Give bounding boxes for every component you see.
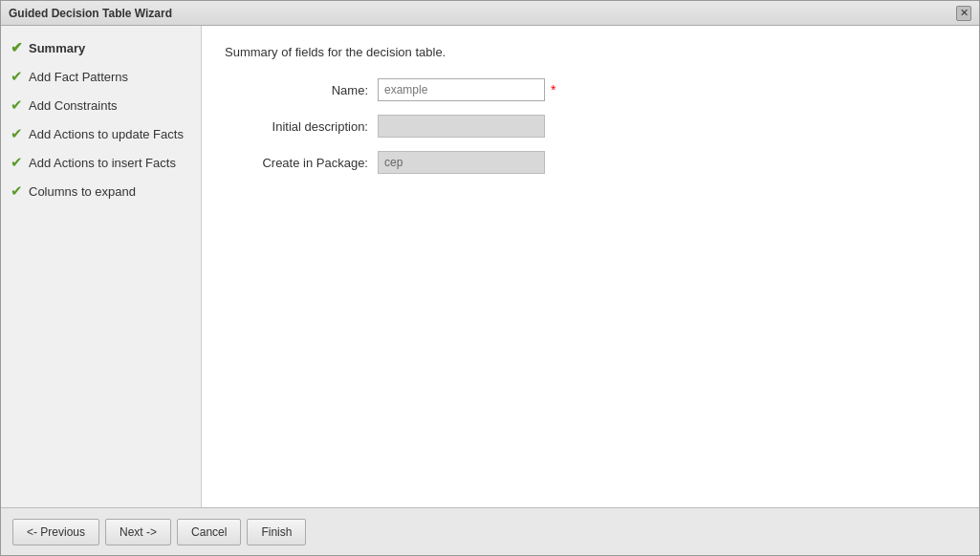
dialog-body: ✔ Summary ✔ Add Fact Patterns ✔ Add Cons… <box>1 26 979 507</box>
cancel-button[interactable]: Cancel <box>177 519 241 545</box>
check-icon-add-actions-update: ✔ <box>11 125 23 142</box>
main-content: Summary of fields for the decision table… <box>202 26 979 507</box>
sidebar-item-summary[interactable]: ✔ Summary <box>1 33 201 62</box>
sidebar-label-add-actions-update: Add Actions to update Facts <box>29 127 184 141</box>
form-row-description: Initial description: <box>225 115 956 138</box>
sidebar-label-add-fact-patterns: Add Fact Patterns <box>29 70 128 84</box>
description-input[interactable] <box>378 115 545 138</box>
check-icon-summary: ✔ <box>11 39 23 56</box>
sidebar-label-summary: Summary <box>29 41 85 55</box>
dialog-titlebar: Guided Decision Table Wizard ✕ <box>1 1 979 26</box>
sidebar-label-add-constraints: Add Constraints <box>29 98 118 113</box>
check-icon-add-constraints: ✔ <box>11 96 23 114</box>
check-icon-columns-expand: ✔ <box>11 182 23 200</box>
check-icon-add-actions-insert: ✔ <box>11 154 23 171</box>
dialog-title: Guided Decision Table Wizard <box>9 7 172 20</box>
form-row-package: Create in Package: <box>225 151 956 174</box>
sidebar-item-columns-expand[interactable]: ✔ Columns to expand <box>1 177 201 205</box>
name-input[interactable] <box>378 78 545 101</box>
required-star: * <box>551 82 555 97</box>
sidebar: ✔ Summary ✔ Add Fact Patterns ✔ Add Cons… <box>1 26 202 507</box>
sidebar-item-add-fact-patterns[interactable]: ✔ Add Fact Patterns <box>1 62 201 91</box>
name-label: Name: <box>225 83 378 97</box>
sidebar-item-add-constraints[interactable]: ✔ Add Constraints <box>1 91 201 119</box>
check-icon-add-fact-patterns: ✔ <box>11 68 23 85</box>
next-button[interactable]: Next -> <box>105 519 171 545</box>
dialog-window: Guided Decision Table Wizard ✕ ✔ Summary… <box>0 0 980 556</box>
close-button[interactable]: ✕ <box>956 6 971 21</box>
form-row-name: Name: * <box>225 78 956 101</box>
sidebar-label-columns-expand: Columns to expand <box>29 184 136 199</box>
package-input[interactable] <box>378 151 545 174</box>
description-label: Initial description: <box>225 119 378 134</box>
sidebar-label-add-actions-insert: Add Actions to insert Facts <box>29 156 176 170</box>
dialog-footer: <- Previous Next -> Cancel Finish <box>1 507 979 555</box>
sidebar-item-add-actions-update[interactable]: ✔ Add Actions to update Facts <box>1 119 201 148</box>
previous-button[interactable]: <- Previous <box>12 519 99 545</box>
summary-description: Summary of fields for the decision table… <box>225 45 956 59</box>
sidebar-item-add-actions-insert[interactable]: ✔ Add Actions to insert Facts <box>1 148 201 177</box>
package-label: Create in Package: <box>225 156 378 170</box>
finish-button[interactable]: Finish <box>247 519 306 545</box>
